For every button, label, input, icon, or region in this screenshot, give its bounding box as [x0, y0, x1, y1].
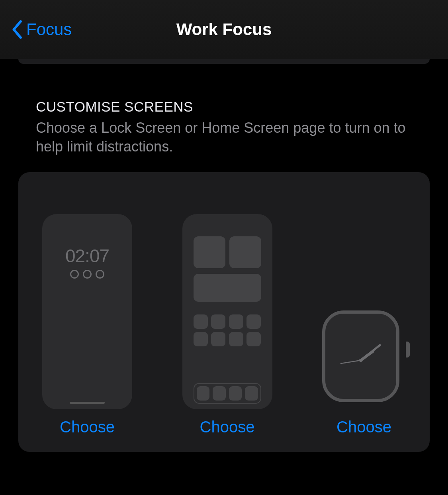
app-placeholder-icon: [246, 314, 261, 329]
section-description: Choose a Lock Screen or Home Screen page…: [36, 119, 412, 156]
dock: [194, 383, 261, 404]
back-button[interactable]: Focus: [12, 20, 72, 39]
watch-face-preview[interactable]: [322, 310, 406, 408]
watch-body-icon: [322, 310, 399, 402]
page-title: Work Focus: [176, 20, 272, 39]
lock-screen-widget-dots: [70, 270, 104, 279]
widget-row: [194, 274, 261, 302]
widget-placeholder-icon: [229, 236, 261, 268]
app-placeholder-icon: [229, 332, 243, 346]
choose-home-screen-button[interactable]: Choose: [200, 418, 255, 436]
watch-crown-icon: [406, 342, 410, 358]
back-label: Focus: [26, 20, 72, 39]
chevron-left-icon: [12, 20, 23, 39]
customise-screens-card: 02:07 Choose: [18, 172, 430, 452]
app-placeholder-icon: [211, 314, 225, 329]
home-screen-option: Choose: [182, 214, 272, 436]
home-screen-preview[interactable]: [182, 214, 272, 409]
app-placeholder-icon: [197, 386, 210, 401]
widget-placeholder-icon: [194, 274, 261, 302]
app-placeholder-icon: [211, 332, 225, 346]
app-placeholder-icon: [194, 314, 208, 329]
widget-placeholder-icon: [194, 236, 225, 268]
lock-screen-option: 02:07 Choose: [42, 214, 132, 436]
app-grid: [194, 314, 261, 346]
section-header: CUSTOMISE SCREENS Choose a Lock Screen o…: [18, 99, 430, 156]
home-indicator-icon: [70, 402, 105, 404]
dot-icon: [83, 270, 92, 279]
dot-icon: [96, 270, 104, 279]
previous-section-edge: [18, 59, 430, 64]
section-title: CUSTOMISE SCREENS: [36, 99, 412, 115]
lock-screen-time: 02:07: [65, 245, 109, 267]
lock-screen-preview[interactable]: 02:07: [42, 214, 132, 409]
choose-lock-screen-button[interactable]: Choose: [60, 418, 115, 436]
navigation-header: Focus Work Focus: [0, 0, 448, 59]
app-placeholder-icon: [194, 332, 208, 346]
app-placeholder-icon: [246, 332, 261, 346]
app-placeholder-icon: [213, 386, 226, 401]
watch-hands-icon: [333, 328, 389, 384]
app-placeholder-icon: [245, 386, 258, 401]
choose-watch-face-button[interactable]: Choose: [336, 418, 391, 436]
dot-icon: [70, 270, 79, 279]
svg-line-3: [341, 360, 361, 363]
widget-row: [194, 236, 261, 268]
content-area: CUSTOMISE SCREENS Choose a Lock Screen o…: [0, 59, 448, 452]
watch-face-option: Choose: [322, 310, 406, 436]
app-placeholder-icon: [229, 386, 242, 401]
svg-line-2: [361, 352, 373, 360]
app-placeholder-icon: [229, 314, 243, 329]
